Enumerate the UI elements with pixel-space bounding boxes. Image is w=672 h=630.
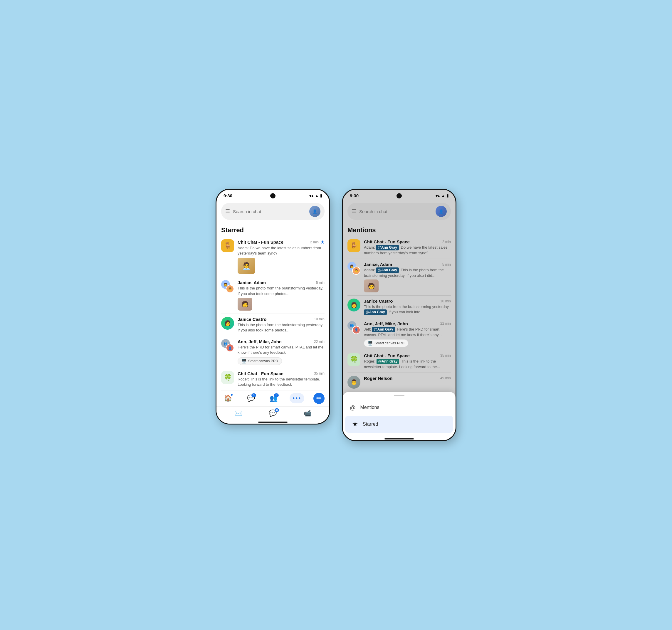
- home-indicator-1: [216, 422, 329, 424]
- section-title-1: Starred: [221, 223, 325, 236]
- compose-icon: ✏: [316, 395, 321, 402]
- nav-chats[interactable]: 💬 3: [244, 393, 258, 404]
- chip-label-1: Smart canvas PRD: [248, 359, 278, 363]
- chat-icon-janice-castro: 👩: [221, 317, 234, 330]
- sheet-item-starred[interactable]: ★ Starred: [345, 416, 453, 433]
- search-bar-2[interactable]: ☰ Search in chat 👤: [347, 203, 451, 220]
- chip-icon-1: 🖥️: [241, 359, 246, 363]
- chat-info-m-1: Chit Chat - Fun Space 2 min Adam: @Ann G…: [364, 239, 451, 256]
- chat-item-m-ann-jeff[interactable]: 👥 👤 Ann, Jeff, Mike, John 22 min Jeff: @…: [347, 318, 451, 350]
- chat-name-m-clover: Chit Chat - Fun Space: [364, 353, 410, 358]
- signal-icon-1: ▲: [315, 194, 319, 198]
- chat-info-ann-jeff: Ann, Jeff, Mike, John 22 min Here's the …: [238, 339, 325, 364]
- chat-item-janice-adam[interactable]: 👩 👨 Janice, Adam 5 min This is the photo…: [221, 277, 325, 313]
- chat-image-m-janice-adam: 🧑: [364, 279, 379, 293]
- mentions-icon: @: [350, 404, 356, 411]
- chat-time-janice-castro: 10 min: [314, 317, 325, 321]
- chat-time-m-clover: 35 min: [440, 353, 451, 358]
- chat-item-janice-castro[interactable]: 👩 Janice Castro 10 min This is the photo…: [221, 314, 325, 336]
- home-icon: 🏠: [224, 395, 232, 402]
- user-avatar-1[interactable]: 👤: [309, 206, 320, 217]
- sheet-item-starred-label: Starred: [363, 422, 378, 427]
- smart-canvas-chip-2[interactable]: 🖥️ Smart canvas PRD: [364, 339, 408, 347]
- chat-item-m-roger[interactable]: 👨 Roger Nelson 49 min: [347, 373, 451, 392]
- signal-icon-2: ▲: [441, 194, 445, 198]
- bottom-sheet: @ Mentions ★ Starred: [343, 392, 456, 438]
- chat-item-m-chit-chat-2[interactable]: 🍀 Chit Chat - Fun Space 35 min Roger: @A…: [347, 350, 451, 373]
- user-avatar-2[interactable]: 👤: [436, 206, 447, 217]
- nav-compose[interactable]: ✏: [313, 393, 325, 404]
- chat-info-m-janice-castro: Janice Castro 10 min This is the photo f…: [364, 299, 451, 315]
- chat-icon-m-clover: 🍀: [347, 353, 360, 366]
- chat-time-janice-adam: 5 min: [316, 281, 325, 285]
- chat-item-m-janice-castro[interactable]: 👩 Janice Castro 10 min This is the photo…: [347, 296, 451, 318]
- chat-info-m-clover: Chit Chat - Fun Space 35 min Roger: @Ann…: [364, 353, 451, 370]
- menu-icon-1[interactable]: ☰: [225, 208, 230, 215]
- nav-more[interactable]: •••: [290, 393, 304, 403]
- home-bar-1: [258, 422, 288, 423]
- time-2: 9:30: [350, 193, 359, 198]
- chip-icon-2: 🖥️: [368, 341, 373, 346]
- chat-tab-badge: 8: [274, 408, 279, 412]
- chat-preview-janice-adam: This is the photo from the brainstorming…: [238, 286, 325, 296]
- mention-chip-m-2: @Ann Gray: [376, 268, 399, 273]
- status-icons-2: ▾▴ ▲ ▮: [436, 194, 449, 198]
- tab-mail[interactable]: ✉️: [234, 409, 242, 417]
- chat-time-m-janice-adam: 5 min: [442, 262, 451, 267]
- tab-meet[interactable]: 📹: [304, 409, 311, 417]
- battery-icon-2: ▮: [447, 194, 449, 198]
- tab-chat[interactable]: 💬 8: [269, 409, 277, 417]
- chat-icon-janice-adam: 👩 👨: [221, 280, 234, 293]
- chat-name-m-janice-adam: Janice, Adam: [364, 262, 392, 267]
- sheet-bottom-spacer: [343, 433, 456, 438]
- chat-item-m-janice-adam[interactable]: 👩 👨 Janice, Adam 5 min Adam: @Ann Gray T…: [347, 259, 451, 296]
- page-content-2: Mentions 🪑 Chit Chat - Fun Space 2 min A…: [343, 223, 456, 392]
- menu-icon-2[interactable]: ☰: [352, 208, 356, 215]
- chat-image-janice-adam: 🧑: [238, 298, 252, 310]
- chat-preview-m-janice-adam: Adam: @Ann Gray This is the photo from t…: [364, 268, 451, 278]
- avatar-jeff: 👤: [226, 344, 234, 352]
- chat-item-ann-jeff[interactable]: 👥 👤 Ann, Jeff, Mike, John 22 min Here's …: [221, 336, 325, 368]
- chat-info-m-roger: Roger Nelson 49 min: [364, 376, 451, 381]
- bottom-tabs-1: ✉️ 💬 8 📹: [216, 406, 329, 422]
- sheet-item-mentions[interactable]: @ Mentions: [343, 400, 456, 416]
- search-bar-1[interactable]: ☰ Search in chat 👤: [221, 203, 325, 220]
- avatar-m-jeff: 👤: [352, 326, 360, 334]
- chat-time-m-ann-jeff: 22 min: [440, 322, 451, 326]
- chat-item-m-chit-chat-1[interactable]: 🪑 Chit Chat - Fun Space 2 min Adam: @Ann…: [347, 236, 451, 259]
- avatar-adam: 👨: [226, 285, 234, 293]
- sheet-item-mentions-label: Mentions: [360, 405, 380, 410]
- chat-time-chit-chat-clover: 35 min: [314, 371, 325, 376]
- battery-icon-1: ▮: [320, 194, 322, 198]
- chat-icon-1: 🪑: [221, 239, 234, 252]
- chat-time-1: 2 min: [310, 240, 319, 244]
- chat-name-chit-chat-clover: Chit Chat - Fun Space: [238, 371, 283, 376]
- home-dot: [231, 394, 233, 396]
- home-indicator-2: [343, 438, 456, 440]
- chat-image-1: 🧑‍💼: [238, 258, 255, 274]
- chat-item-chit-chat-clover[interactable]: 🍀 Chit Chat - Fun Space 35 min Roger: Th…: [221, 368, 325, 390]
- chat-preview-m-1: Adam: @Ann Gray Do we have the latest sa…: [364, 245, 451, 256]
- chats-badge: 3: [251, 394, 256, 397]
- time-1: 9:30: [223, 193, 232, 198]
- phone-1: 9:30 ▾▴ ▲ ▮ ☰ Search in chat 👤 Starred 🪑…: [216, 189, 330, 425]
- chat-preview-chit-chat-clover: Roger: This is the link to the newslette…: [238, 377, 325, 387]
- nav-spaces[interactable]: 👥 5: [267, 393, 281, 404]
- search-text-1: Search in chat: [233, 209, 306, 214]
- chat-icon-m-1: 🪑: [347, 239, 360, 252]
- chat-icon-ann-jeff: 👥 👤: [221, 339, 234, 352]
- nav-home[interactable]: 🏠: [221, 393, 235, 404]
- chat-time-m-janice-castro: 10 min: [440, 299, 451, 303]
- status-bar-1: 9:30 ▾▴ ▲ ▮: [216, 190, 329, 200]
- chat-preview-ann-jeff: Here's the PRD for smart canvas. PTAL an…: [238, 345, 325, 355]
- mention-chip-m-5: @Ann Gray: [377, 359, 400, 364]
- chat-info-1: Chit Chat - Fun Space 2 min ★ Adam: Do w…: [238, 239, 325, 274]
- starred-icon: ★: [352, 420, 358, 428]
- status-bar-2: 9:30 ▾▴ ▲ ▮: [343, 190, 456, 200]
- chat-time-ann-jeff: 22 min: [314, 340, 325, 344]
- chat-name-m-janice-castro: Janice Castro: [364, 299, 393, 304]
- chat-item-chit-chat-1[interactable]: 🪑 Chit Chat - Fun Space 2 min ★ Adam: Do…: [221, 236, 325, 277]
- smart-canvas-chip-1[interactable]: 🖥️ Smart canvas PRD: [238, 357, 282, 365]
- chat-preview-janice-castro: This is the photo from the brainstorming…: [238, 322, 325, 333]
- chat-icon-m-janice-castro: 👩: [347, 299, 360, 311]
